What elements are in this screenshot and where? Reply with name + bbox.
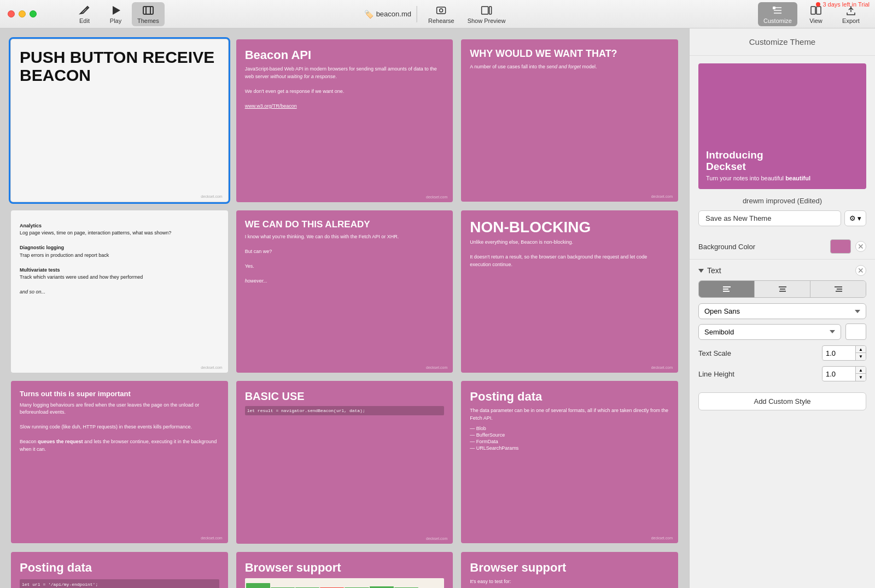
show-preview-button[interactable]: Show Preview bbox=[462, 2, 511, 26]
align-right-button[interactable] bbox=[810, 281, 866, 297]
line-height-down[interactable]: ▼ bbox=[856, 374, 866, 381]
slide-4-footer: deckset.com bbox=[201, 366, 222, 369]
gear-settings-button[interactable]: ⚙ ▾ bbox=[844, 210, 866, 226]
slide-3[interactable]: WHY WOULD WE WANT THAT? A number of use … bbox=[461, 39, 678, 202]
line-height-input-wrap: ▲ ▼ bbox=[822, 366, 866, 381]
font-weight-select[interactable]: Semibold Regular Bold Light Medium bbox=[698, 324, 841, 340]
slide-11[interactable]: Browser support bbox=[236, 552, 453, 589]
svg-rect-9 bbox=[723, 286, 731, 287]
slide-5-title: WE CAN DO THIS ALREADY bbox=[245, 219, 445, 230]
text-scale-arrows: ▲ ▼ bbox=[855, 346, 866, 360]
slide-10[interactable]: Posting data let url = '/api/my-endpoint… bbox=[11, 552, 228, 589]
minimize-button[interactable] bbox=[19, 10, 26, 17]
clear-color-button[interactable]: ✕ bbox=[855, 241, 866, 252]
collapse-icon[interactable] bbox=[698, 269, 704, 273]
svg-marker-0 bbox=[113, 6, 120, 15]
maximize-button[interactable] bbox=[30, 10, 37, 17]
slide-6-title: NON-BLOCKING bbox=[470, 219, 669, 236]
preview-title-1: Introducing bbox=[706, 150, 859, 161]
slide-8-code: let result = navigator.sendBeacon(url, d… bbox=[245, 406, 445, 415]
play-button[interactable]: Play bbox=[101, 2, 131, 26]
slide-9-footer: deckset.com bbox=[651, 536, 673, 540]
svg-rect-12 bbox=[779, 286, 786, 287]
slide-1-footer: deckset.com bbox=[201, 195, 222, 198]
font-select-row: Open Sans Helvetica Arial Georgia Courie… bbox=[698, 303, 866, 319]
slide-5-body: I know what you're thinking. We can do t… bbox=[245, 233, 445, 285]
slide-7-body: Many logging behaviours are fired when t… bbox=[20, 402, 219, 454]
add-custom-button[interactable]: Add Custom Style bbox=[698, 392, 866, 410]
list-item: Blob bbox=[470, 425, 669, 432]
customize-button[interactable]: Customize bbox=[758, 2, 797, 26]
app-title: beacon.md bbox=[376, 10, 411, 18]
font-family-select[interactable]: Open Sans Helvetica Arial Georgia Courie… bbox=[698, 303, 866, 319]
slide-1-title: PUSH BUTTON RECEIVE BEACON bbox=[20, 48, 219, 84]
slide-10-title: Posting data bbox=[20, 561, 219, 575]
panel-title: Customize Theme bbox=[690, 28, 875, 56]
add-custom-row: Add Custom Style bbox=[698, 392, 866, 410]
list-item: BufferSource bbox=[470, 432, 669, 438]
color-swatch-container: ✕ bbox=[830, 239, 866, 254]
slide-3-title: WHY WOULD WE WANT THAT? bbox=[470, 48, 669, 60]
main-area: PUSH BUTTON RECEIVE BEACON deckset.com B… bbox=[0, 28, 875, 588]
edit-button[interactable]: Edit bbox=[69, 2, 100, 26]
bg-color-swatch[interactable] bbox=[830, 239, 851, 254]
slides-area[interactable]: PUSH BUTTON RECEIVE BEACON deckset.com B… bbox=[0, 28, 689, 588]
slide-8-title: BASIC USE bbox=[245, 390, 445, 403]
slide-9-body: The data parameter can be in one of seve… bbox=[470, 407, 669, 422]
slide-3-footer: deckset.com bbox=[651, 195, 673, 198]
svg-rect-5 bbox=[489, 7, 492, 14]
slide-5-footer: deckset.com bbox=[426, 366, 447, 369]
slide-2[interactable]: Beacon API JavaScript-based Web API in m… bbox=[236, 39, 453, 202]
slide-1[interactable]: PUSH BUTTON RECEIVE BEACON deckset.com bbox=[11, 39, 228, 202]
align-left-button[interactable] bbox=[699, 281, 755, 297]
slide-6[interactable]: NON-BLOCKING Unlike everything else, Bea… bbox=[461, 210, 678, 373]
align-center-button[interactable] bbox=[755, 281, 810, 297]
trial-text: 3 days left in Trial bbox=[822, 1, 870, 8]
text-scale-input[interactable] bbox=[822, 347, 855, 360]
line-height-arrows: ▲ ▼ bbox=[855, 367, 866, 381]
align-row bbox=[698, 280, 866, 298]
text-section-header: Text ✕ bbox=[690, 260, 875, 280]
slide-9-list: Blob BufferSource FormData URLSearchPara… bbox=[470, 425, 669, 451]
slide-8[interactable]: BASIC USE let result = navigator.sendBea… bbox=[236, 381, 453, 544]
slide-9[interactable]: Posting data The data parameter can be i… bbox=[461, 381, 678, 543]
slide-7[interactable]: Turns out this is super important Many l… bbox=[11, 381, 228, 543]
rehearse-button[interactable]: Rehearse bbox=[423, 2, 460, 26]
slide-6-footer: deckset.com bbox=[651, 366, 673, 369]
slide-10-code: let url = '/api/my-endpoint'; let data =… bbox=[20, 579, 219, 588]
slide-12[interactable]: Browser support It's easy to test for: i… bbox=[461, 552, 678, 589]
save-theme-button[interactable]: Save as New Theme bbox=[698, 210, 841, 226]
slide-6-body: Unlike everything else, Beacon is non-bl… bbox=[470, 239, 669, 268]
line-height-up[interactable]: ▲ bbox=[856, 367, 866, 374]
text-scale-up[interactable]: ▲ bbox=[856, 346, 866, 353]
weight-color-row: Semibold Regular Bold Light Medium bbox=[698, 324, 866, 340]
close-button[interactable] bbox=[8, 10, 15, 17]
text-scale-input-wrap: ▲ ▼ bbox=[822, 345, 866, 361]
background-color-row: Background Color ✕ bbox=[690, 234, 875, 260]
slide-5[interactable]: WE CAN DO THIS ALREADY I know what you'r… bbox=[236, 210, 453, 373]
text-section-label: Text bbox=[707, 266, 721, 275]
preview-title-2: Deckset bbox=[706, 161, 859, 173]
theme-name: drewm improved (Edited) bbox=[690, 193, 875, 210]
line-height-row: Line Height ▲ ▼ bbox=[690, 366, 875, 387]
line-height-input[interactable] bbox=[822, 368, 855, 380]
svg-rect-13 bbox=[780, 289, 785, 290]
window-title: 🏷️ beacon.md Rehearse Show Preview bbox=[364, 2, 511, 26]
slide-7-title: Turns out this is super important bbox=[20, 390, 219, 398]
svg-rect-1 bbox=[143, 7, 153, 14]
slide-11-chart bbox=[245, 578, 445, 588]
svg-rect-11 bbox=[723, 291, 730, 292]
svg-rect-7 bbox=[811, 7, 815, 14]
text-color-swatch[interactable] bbox=[845, 324, 866, 340]
slide-4[interactable]: Analytics Log page views, time on page, … bbox=[11, 210, 228, 373]
themes-button[interactable]: Themes bbox=[132, 2, 165, 26]
text-scale-label: Text Scale bbox=[698, 349, 731, 357]
slide-11-title: Browser support bbox=[245, 561, 445, 575]
clear-text-button[interactable]: ✕ bbox=[855, 265, 866, 276]
slide-8-footer: deckset.com bbox=[426, 537, 447, 540]
preview-body: beautiful bbox=[785, 175, 810, 181]
text-scale-down[interactable]: ▼ bbox=[856, 353, 866, 360]
slide-3-body: A number of use cases fall into the send… bbox=[470, 63, 669, 71]
trial-dot bbox=[816, 2, 820, 7]
list-item: URLSearchParams bbox=[470, 445, 669, 451]
